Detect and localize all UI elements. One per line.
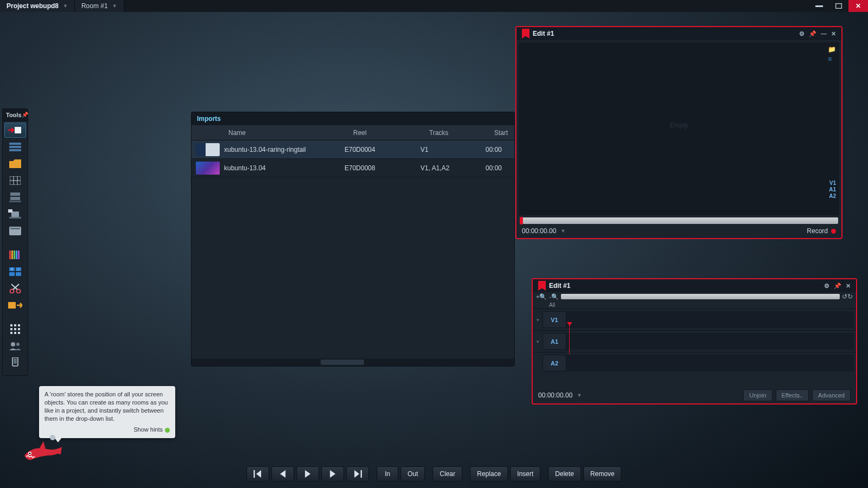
adjust-tool[interactable]: +−	[4, 264, 26, 279]
track-lane[interactable]	[566, 333, 854, 350]
import-tool[interactable]	[4, 123, 26, 138]
pin-icon[interactable]: 📌	[834, 282, 841, 290]
step-forward-button[interactable]	[321, 466, 344, 481]
go-start-button[interactable]	[246, 466, 269, 481]
svg-rect-35	[14, 324, 16, 326]
bookmark-icon	[522, 29, 529, 38]
project-label: Project webupd8	[7, 2, 59, 10]
mark-out-button[interactable]: Out	[400, 466, 425, 481]
cell-start: 00:00	[481, 164, 514, 172]
advanced-button[interactable]: Advanced	[812, 389, 851, 401]
project-tab[interactable]: Project webupd8 ▼	[0, 0, 75, 12]
room-label: Room #1	[81, 2, 108, 10]
device-tool[interactable]	[4, 355, 26, 370]
svg-rect-2	[15, 127, 21, 133]
folder-tool[interactable]	[4, 156, 26, 171]
room-tab[interactable]: Room #1 ▼	[75, 0, 124, 12]
scrub-bar[interactable]	[520, 217, 838, 224]
viewer-stage[interactable]: 📁 ≡ Empty V1 A1 A2	[519, 42, 839, 215]
track-label-button[interactable]: A1	[542, 333, 566, 350]
output-tool[interactable]	[4, 207, 26, 222]
maximize-button[interactable]	[829, 0, 848, 12]
table-row[interactable]: xubuntu-13.04-raring-ringtail E70D0004 V…	[192, 140, 514, 159]
rack-tool[interactable]	[4, 139, 26, 155]
unjoin-button[interactable]: Unjoin	[743, 389, 772, 401]
users-tool[interactable]	[4, 338, 26, 354]
insert-button[interactable]: Insert	[510, 466, 540, 481]
zoom-track[interactable]	[561, 294, 840, 299]
storage-tool[interactable]	[4, 190, 26, 205]
go-end-button[interactable]	[346, 466, 369, 481]
record-button[interactable]: Record	[807, 227, 836, 235]
track-row-a1: ▾ A1	[533, 330, 856, 352]
collapse-icon[interactable]: ▾	[533, 331, 542, 352]
playhead-icon[interactable]	[520, 217, 523, 224]
apps-tool[interactable]	[4, 322, 26, 337]
collapse-icon[interactable]	[533, 352, 542, 374]
timeline-header[interactable]: Edit #1 ⚙ 📌 ✕	[533, 279, 856, 292]
disk-tool[interactable]	[4, 223, 26, 239]
list-icon[interactable]: ≡	[828, 55, 836, 63]
minimize-icon[interactable]: —	[821, 30, 827, 37]
svg-rect-12	[9, 201, 21, 202]
status-dot-icon	[165, 428, 170, 433]
track-lane[interactable]	[566, 355, 854, 371]
clip-thumbnail	[196, 143, 220, 156]
track-label-button[interactable]: V1	[542, 311, 566, 328]
imports-title: Imports	[197, 115, 221, 123]
chevron-down-icon[interactable]: ▼	[577, 393, 582, 398]
track-lane[interactable]	[566, 311, 854, 328]
col-tracks[interactable]: Tracks	[425, 129, 490, 137]
close-button[interactable]: ✕	[848, 0, 868, 12]
col-name[interactable]: Name	[224, 129, 349, 137]
svg-point-44	[16, 343, 20, 346]
remove-button[interactable]: Remove	[583, 466, 622, 481]
folder-icon[interactable]: 📁	[828, 46, 836, 53]
scopes-tool[interactable]	[4, 247, 26, 262]
step-back-button[interactable]	[271, 466, 294, 481]
imports-panel: Imports Name Reel Tracks Start xubuntu-1…	[191, 112, 515, 367]
all-tracks-row[interactable]: All	[533, 301, 856, 309]
horizontal-scrollbar[interactable]	[192, 358, 514, 366]
grid-tool[interactable]	[4, 173, 26, 188]
track-label-button[interactable]: A2	[542, 355, 566, 371]
gear-icon[interactable]: ⚙	[799, 30, 805, 37]
show-hints-link[interactable]: Show hints	[44, 426, 170, 434]
imports-header[interactable]: Imports	[192, 112, 514, 125]
mascot-shark[interactable]	[22, 439, 65, 464]
col-start[interactable]: Start	[490, 129, 514, 137]
svg-rect-3	[9, 143, 21, 145]
chevron-down-icon[interactable]: ▼	[560, 228, 565, 234]
tools-title: Tools	[6, 112, 22, 118]
collapse-icon[interactable]: ▾	[533, 309, 542, 330]
pin-icon[interactable]: 📌	[809, 30, 816, 37]
export-tool[interactable]	[4, 298, 26, 313]
tools-header[interactable]: Tools 📌	[3, 109, 28, 121]
cell-reel: E70D0008	[340, 164, 416, 172]
minimize-button[interactable]	[809, 0, 829, 12]
zoom-in-icon[interactable]: +🔍	[536, 293, 547, 300]
close-icon[interactable]: ✕	[846, 282, 851, 290]
cut-tool[interactable]	[4, 281, 26, 296]
effects-button[interactable]: Effects..	[776, 389, 809, 401]
track-label-v1: V1	[829, 180, 836, 186]
table-row[interactable]: kubuntu-13.04 E70D0008 V1, A1,A2 00:00	[192, 159, 514, 177]
svg-rect-1	[836, 4, 842, 9]
col-reel[interactable]: Reel	[349, 129, 425, 137]
loop-icon[interactable]: ↺↻	[842, 293, 853, 300]
svg-rect-13	[11, 211, 19, 217]
clear-button[interactable]: Clear	[433, 466, 463, 481]
zoom-out-icon[interactable]: -🔍	[549, 293, 559, 300]
mark-in-button[interactable]: In	[376, 466, 398, 481]
track-label-a1: A1	[829, 187, 836, 192]
svg-rect-40	[10, 332, 12, 334]
close-icon[interactable]: ✕	[831, 30, 836, 37]
delete-button[interactable]: Delete	[548, 466, 581, 481]
svg-point-30	[17, 290, 21, 293]
play-button[interactable]	[296, 466, 319, 481]
viewer-header[interactable]: Edit #1 ⚙ 📌 — ✕	[516, 27, 841, 40]
timeline-playhead[interactable]	[569, 325, 570, 354]
gear-icon[interactable]: ⚙	[824, 282, 829, 290]
pin-icon[interactable]: 📌	[22, 112, 28, 118]
replace-button[interactable]: Replace	[470, 466, 508, 481]
